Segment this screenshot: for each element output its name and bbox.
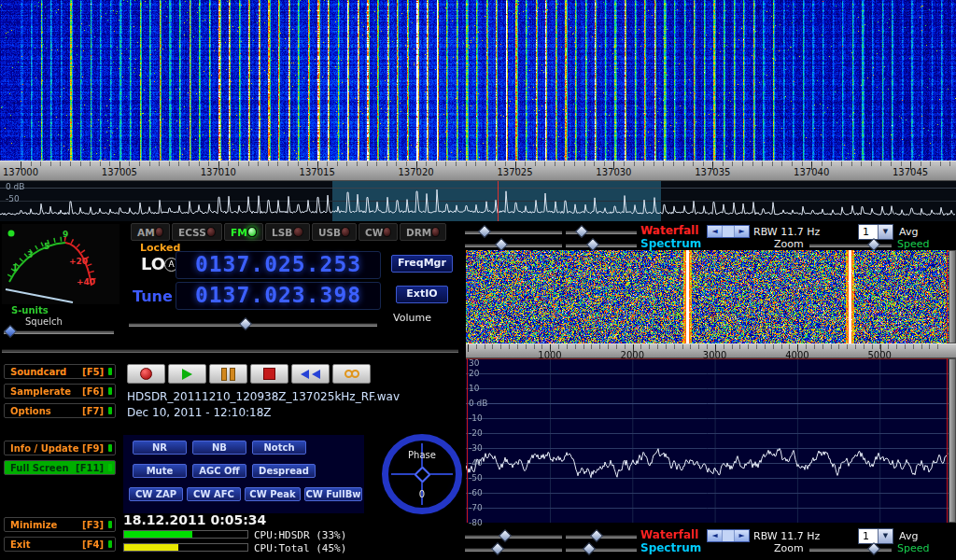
rf-waterfall-display[interactable] <box>466 250 949 343</box>
spectrum-contrast-slider[interactable] <box>566 244 637 247</box>
avg-dropdown[interactable]: 1 ▼ <box>858 528 893 544</box>
mode-button-fm[interactable]: FM <box>224 223 263 241</box>
avg-dropdown[interactable]: 1 ▼ <box>858 224 893 240</box>
main-waterfall-display[interactable] <box>0 0 956 161</box>
dropdown-arrow-icon[interactable]: ▼ <box>878 529 893 543</box>
freqmgr-button[interactable]: FreqMgr <box>391 255 453 273</box>
stop-icon <box>263 368 275 380</box>
af-spectrum-display[interactable] <box>466 358 949 523</box>
lo-frequency-display[interactable]: 0137.025.253 <box>176 251 381 279</box>
zoom-scrollbar[interactable]: ◄ ► <box>707 529 750 542</box>
slider-thumb[interactable] <box>4 325 17 338</box>
slider-thumb[interactable] <box>478 225 491 238</box>
agc-off-button[interactable]: AGC Off <box>192 464 246 478</box>
waterfall-contrast-slider[interactable] <box>566 231 637 234</box>
mode-label: DRM <box>406 227 431 238</box>
spectrum-brightness-slider[interactable] <box>465 548 562 552</box>
cw-peak-button[interactable]: CW Peak <box>245 487 301 501</box>
soundcard-button[interactable]: Soundcard[F5] <box>4 364 116 379</box>
zoom-right-arrow-icon[interactable]: ► <box>735 530 749 541</box>
slider-thumb[interactable] <box>499 529 512 542</box>
pause-icon <box>230 368 235 381</box>
zoom-left-arrow-icon[interactable]: ◄ <box>708 226 722 237</box>
scale-tick-label: 137000 <box>3 167 38 177</box>
main-spectrum-canvas[interactable] <box>0 181 956 221</box>
slider-thumb[interactable] <box>491 542 504 555</box>
main-spectrum-display[interactable]: 0 dB -50 <box>0 181 956 221</box>
mode-led-icon <box>155 227 163 237</box>
slider-thumb[interactable] <box>495 238 508 251</box>
rewind-button[interactable] <box>291 364 330 384</box>
slider-thumb[interactable] <box>583 542 596 555</box>
main-frequency-scale[interactable]: 1370001370051370101370151370201370251370… <box>0 161 956 181</box>
zoom-scrollbar[interactable]: ◄ ► <box>707 225 750 238</box>
scale-tick-label: 137015 <box>300 167 335 177</box>
samplerate-button[interactable]: Samplerate[F6] <box>4 384 116 399</box>
loop-button[interactable] <box>332 364 371 384</box>
mode-button-drm[interactable]: DRM <box>400 223 446 241</box>
slider-thumb[interactable] <box>575 225 588 238</box>
speed-label: Speed <box>897 238 929 250</box>
exit-button[interactable]: Exit[F4] <box>4 537 116 552</box>
nr-button[interactable]: NR <box>133 441 187 455</box>
options-button[interactable]: Options[F7] <box>4 403 116 418</box>
extio-button[interactable]: ExtIO <box>396 286 448 303</box>
loop-icon <box>351 370 359 378</box>
info-update-button[interactable]: Info / Update[F9] <box>4 441 116 455</box>
mode-label: LSB <box>272 227 292 238</box>
record-button[interactable] <box>127 364 165 384</box>
mute-button[interactable]: Mute <box>133 464 187 478</box>
phase-label: Phase <box>379 450 465 460</box>
button-key: [F11] <box>76 463 104 473</box>
speed-slider[interactable] <box>809 548 892 552</box>
rf-frequency-scale[interactable]: 10002000300040005000 <box>466 343 956 358</box>
zoom-right-arrow-icon[interactable]: ► <box>735 226 749 237</box>
mode-button-cw[interactable]: CW <box>358 223 398 241</box>
despread-button[interactable]: Despread <box>252 464 316 478</box>
squelch-slider[interactable] <box>4 330 114 334</box>
speed-slider[interactable] <box>809 244 892 247</box>
waterfall-brightness-slider[interactable] <box>465 535 562 539</box>
slider-thumb[interactable] <box>867 238 880 251</box>
dropdown-arrow-icon[interactable]: ▼ <box>878 225 893 239</box>
button-led-icon <box>108 540 112 548</box>
cw-afc-button[interactable]: CW AFC <box>187 487 241 501</box>
play-button[interactable] <box>168 364 206 384</box>
stop-button[interactable] <box>250 364 288 384</box>
smeter-scale-label: 9 <box>63 230 68 239</box>
slider-thumb[interactable] <box>590 529 603 542</box>
mode-button-ecss[interactable]: ECSS <box>172 223 222 241</box>
button-led-icon <box>108 407 112 414</box>
waterfall-label: Waterfall <box>640 224 698 237</box>
tune-frequency-display[interactable]: 0137.023.398 <box>176 282 381 310</box>
minimize-button[interactable]: Minimize[F3] <box>4 517 116 532</box>
cw-zap-button[interactable]: CW ZAP <box>129 487 183 501</box>
waterfall-brightness-slider[interactable] <box>465 231 562 234</box>
zoom-track[interactable] <box>722 226 735 237</box>
spectrum-brightness-slider[interactable] <box>465 244 562 247</box>
spectrum-contrast-slider[interactable] <box>566 548 637 552</box>
mode-button-am[interactable]: AM <box>131 223 170 241</box>
scrollbar[interactable] <box>949 358 956 523</box>
volume-slider[interactable] <box>129 323 377 327</box>
button-led-icon <box>108 521 112 528</box>
hdsdr-window: 1370001370051370101370151370201370251370… <box>0 0 956 560</box>
button-key: [F7] <box>82 406 104 416</box>
slider-thumb[interactable] <box>239 317 252 330</box>
pause-button[interactable] <box>209 364 247 384</box>
notch-button[interactable]: Notch <box>252 441 306 455</box>
waterfall-contrast-slider[interactable] <box>566 535 637 539</box>
scrollbar[interactable] <box>949 250 956 343</box>
mode-button-lsb[interactable]: LSB <box>265 223 310 241</box>
slider-thumb[interactable] <box>586 238 599 251</box>
zoom-left-arrow-icon[interactable]: ◄ <box>708 530 722 541</box>
mode-button-usb[interactable]: USB <box>312 223 357 241</box>
button-key: [F9] <box>82 443 104 454</box>
slider-thumb[interactable] <box>867 542 880 555</box>
cw-fullbw-button[interactable]: CW FullBw <box>304 487 362 501</box>
cpu-total-bar <box>123 543 248 552</box>
avg-value: 1 <box>863 226 869 238</box>
nb-button[interactable]: NB <box>192 441 246 455</box>
zoom-track[interactable] <box>722 530 735 541</box>
fullscreen-button[interactable]: Full Screen[F11] <box>4 460 116 475</box>
